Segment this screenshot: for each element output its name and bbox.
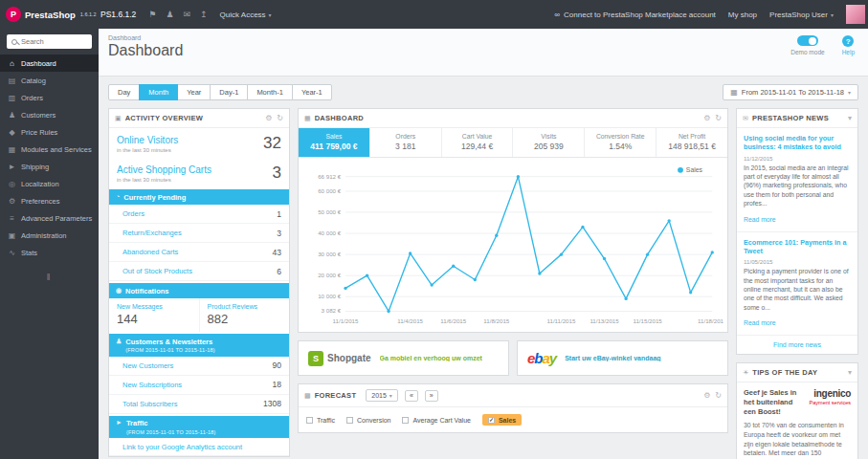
sidebar-item-catalog[interactable]: ▤ Catalog (0, 72, 99, 89)
period-day-button[interactable]: Day (108, 84, 140, 100)
chevron-down-icon[interactable]: ▾ (848, 368, 852, 377)
period-year-button[interactable]: Year (177, 84, 211, 100)
checkbox-checked-icon[interactable] (488, 417, 495, 424)
forecast-legend: Traffic Conversion Average Cart Value (299, 407, 727, 432)
chevron-down-icon[interactable]: ▾ (848, 114, 852, 122)
active-carts-link[interactable]: Active Shopping Carts (117, 164, 211, 175)
price-rules-icon: ◆ (8, 128, 16, 137)
legend-average-cart-value[interactable]: Average Cart Value (402, 417, 470, 424)
product-reviews-cell[interactable]: Product Reviews 882 (199, 298, 290, 332)
abandoned-carts-row[interactable]: Abandoned Carts 43 (109, 243, 289, 262)
demo-mode-toggle[interactable] (797, 35, 818, 46)
tab-cart-value[interactable]: Cart Value 129,44 € (442, 128, 514, 157)
period-day-1-button[interactable]: Day-1 (210, 84, 248, 100)
read-more-link[interactable]: Read more (744, 216, 776, 223)
help-icon[interactable]: ? (842, 35, 854, 47)
sidebar-item-localization[interactable]: ◎ Localization (0, 175, 99, 192)
notifications-header: ◉ Notifications (109, 283, 289, 298)
tab-orders[interactable]: Orders 3 181 (370, 128, 442, 157)
forecast-year-select[interactable]: 2015 ▾ (366, 389, 398, 402)
pending-returns-row[interactable]: Return/Exchanges 3 (109, 224, 289, 243)
search-input[interactable] (21, 37, 87, 46)
read-more-link[interactable]: Read more (744, 319, 776, 326)
marketplace-connect-link[interactable]: ∞ Connect to PrestaShop Marketplace acco… (554, 11, 715, 19)
news-article-excerpt: Picking a payment provider is one of the… (744, 267, 851, 312)
refresh-icon[interactable]: ↻ (715, 391, 722, 400)
online-visitors-link[interactable]: Online Visitors (117, 135, 178, 145)
forecast-next-button[interactable]: » (425, 390, 438, 402)
shopgate-link[interactable]: Ga mobiel en verhoog uw omzet (380, 355, 482, 361)
gear-icon[interactable]: ⚙ (265, 114, 272, 122)
pending-orders-row[interactable]: Orders 1 (109, 205, 289, 224)
sales-chart[interactable]: 66 912 €60 000 €50 000 €40 000 €30 000 €… (302, 164, 723, 330)
news-article-title[interactable]: Ecommerce 101: Payments in a Tweet (744, 238, 851, 256)
legend-sales[interactable]: Sales (482, 414, 522, 426)
new-subscriptions-row[interactable]: New Subscriptions 18 (109, 376, 289, 395)
messages-icon[interactable]: ✉ (184, 10, 191, 19)
legend-traffic[interactable]: Traffic (306, 417, 335, 424)
sidebar-item-preferences[interactable]: ⚙ Preferences (0, 192, 99, 209)
ebay-module[interactable]: ebay Start uw eBay-winkel vandaag (517, 340, 728, 376)
forecast-prev-button[interactable]: « (405, 390, 418, 402)
ingenico-brand-subtitle: Payment services (805, 400, 851, 405)
search-box[interactable] (7, 34, 92, 49)
panel-title: ACTIVITY OVERVIEW (125, 114, 204, 122)
sidebar-item-customers[interactable]: ♟ Customers (0, 106, 99, 123)
bell-icon: ◉ (116, 287, 122, 295)
sidebar-item-orders[interactable]: ▥ Orders (0, 89, 99, 106)
activity-overview-panel: ▣ ACTIVITY OVERVIEW ⚙ ↻ Online Visitors … (108, 108, 290, 457)
section-title: Traffic (126, 419, 148, 427)
checkbox-icon[interactable] (402, 417, 409, 424)
shopgate-module[interactable]: S Shopgate Ga mobiel en verhoog uw omzet (298, 340, 509, 376)
customers-icon[interactable]: ♟ (166, 10, 173, 19)
out-of-stock-row[interactable]: Out of Stock Products 6 (109, 262, 289, 281)
news-article: Using social media for your business: 4 … (737, 128, 857, 232)
checkbox-icon[interactable] (346, 417, 353, 424)
date-range-picker[interactable]: ▦ From 2015-11-01 To 2015-11-18 ▾ (723, 84, 858, 100)
shop-name-link[interactable]: PS1.6.1.2 (100, 10, 136, 19)
find-more-news-link[interactable]: Find more news (737, 336, 857, 354)
new-customers-row[interactable]: New Customers 90 (109, 357, 289, 376)
legend-conversion[interactable]: Conversion (346, 417, 390, 424)
shipping-icon: ► (8, 163, 16, 171)
total-subscribers-row[interactable]: Total Subscribers 1308 (109, 395, 289, 414)
tab-sales[interactable]: Sales 411 759,00 € (299, 128, 370, 157)
tab-net-profit[interactable]: Net Profit 148 918,51 € (657, 128, 727, 157)
sidebar-item-price-rules[interactable]: ◆ Price Rules (0, 123, 99, 141)
date-filter-row: Day Month Year Day-1 Month-1 Year-1 ▦ Fr… (99, 76, 868, 108)
tab-visits[interactable]: Visits 205 939 (513, 128, 585, 157)
period-month-button[interactable]: Month (139, 84, 178, 100)
svg-text:40 000 €: 40 000 € (318, 230, 341, 236)
sidebar-item-shipping[interactable]: ► Shipping (0, 158, 99, 175)
catalog-icon: ▤ (8, 76, 16, 85)
user-menu[interactable]: PrestaShop User ▾ (769, 11, 834, 19)
sidebar-item-advanced-parameters[interactable]: ≡ Advanced Parameters (0, 209, 99, 227)
tab-conversion-rate[interactable]: Conversion Rate 1.54% (585, 128, 657, 157)
page-title: Dashboard (108, 42, 858, 59)
refresh-icon[interactable]: ↻ (277, 114, 283, 122)
sidebar-item-stats[interactable]: ∿ Stats (0, 244, 99, 261)
sidebar: ⌂ Dashboard ▤ Catalog ▥ Orders ♟ Custome… (0, 29, 99, 459)
checkbox-icon[interactable] (306, 417, 313, 424)
sidebar-collapse-button[interactable]: ‖ (0, 273, 99, 282)
ebay-link[interactable]: Start uw eBay-winkel vandaag (565, 355, 660, 361)
my-shop-link[interactable]: My shop (728, 11, 757, 19)
gear-icon[interactable]: ⚙ (703, 391, 710, 400)
shop-flag-icon[interactable]: ⚑ (148, 10, 156, 19)
sidebar-item-administration[interactable]: ▣ Administration (0, 227, 99, 244)
period-year-1-button[interactable]: Year-1 (292, 84, 332, 100)
sidebar-item-dashboard[interactable]: ⌂ Dashboard (0, 55, 99, 72)
news-article-title[interactable]: Using social media for your business: 4 … (744, 134, 851, 152)
period-month-1-button[interactable]: Month-1 (247, 84, 293, 100)
module-updates-icon[interactable]: ↥ (200, 10, 208, 19)
gear-icon[interactable]: ⚙ (703, 114, 710, 122)
help-label[interactable]: Help (842, 49, 855, 55)
sidebar-item-modules[interactable]: ▦ Modules and Services (0, 141, 99, 158)
google-analytics-link-row[interactable]: Link to your Google Analytics account (109, 438, 289, 456)
period-button-group: Day Month Year Day-1 Month-1 Year-1 (108, 84, 332, 100)
user-avatar[interactable] (846, 5, 865, 24)
brand[interactable]: P PrestaShop 1.6.1.2 (0, 7, 99, 22)
quick-access-menu[interactable]: Quick Access ▾ (220, 11, 272, 19)
new-messages-cell[interactable]: New Messages 144 (109, 298, 199, 332)
refresh-icon[interactable]: ↻ (715, 114, 722, 122)
